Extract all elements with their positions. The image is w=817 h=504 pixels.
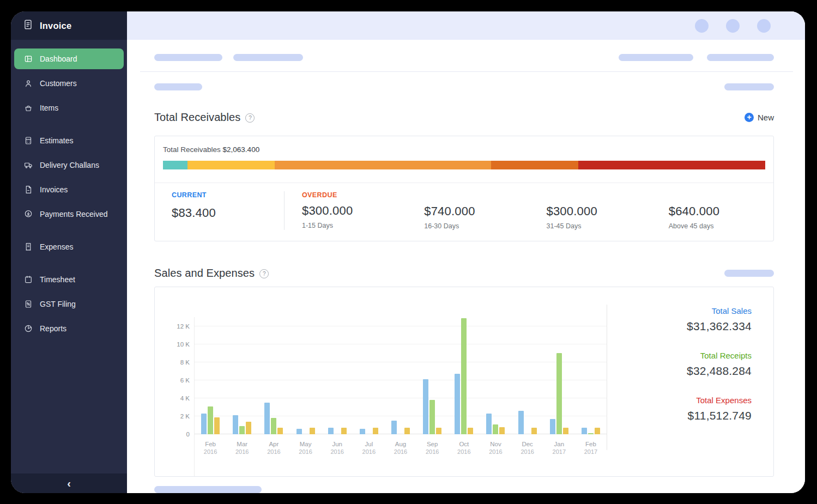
receipts-bar xyxy=(429,400,435,434)
bucket-amount: $300.000 xyxy=(302,204,407,218)
placeholder-pill xyxy=(154,83,202,90)
aging-segment-overdue-16-30-days xyxy=(275,161,491,169)
invoice-logo-icon xyxy=(22,19,34,33)
reports-icon xyxy=(23,324,33,334)
sidebar: Invoice DashboardCustomersItemsEstimates… xyxy=(11,11,127,493)
x-tick-label: Oct2016 xyxy=(457,440,470,456)
placeholder-pill xyxy=(154,54,222,61)
expenses-bar xyxy=(531,428,537,434)
customers-icon xyxy=(23,78,33,89)
current-column: CURRENT $83.400 xyxy=(155,191,285,230)
bar-group-jun-2016: Jun2016 xyxy=(322,317,353,456)
sidebar-item-payments-received[interactable]: Payments Received xyxy=(14,204,124,224)
aging-segment-overdue-1-15-days xyxy=(187,161,275,169)
new-button-label: New xyxy=(758,113,774,122)
placeholder-pill xyxy=(154,486,262,493)
sidebar-item-estimates[interactable]: Estimates xyxy=(14,130,124,151)
sidebar-group: DashboardCustomersItems xyxy=(11,48,127,118)
overdue-bucket: $740.00016-30 Days xyxy=(407,191,529,230)
y-tick-label: 12 K xyxy=(177,323,190,330)
sales-bar xyxy=(296,429,302,434)
sidebar-item-label: Timesheet xyxy=(40,275,75,284)
bar-group-apr-2016: Apr2016 xyxy=(258,317,289,456)
help-icon[interactable]: ? xyxy=(259,269,269,278)
placeholder-pill xyxy=(724,83,774,90)
expenses-bar xyxy=(246,422,251,434)
sidebar-item-delivery-challans[interactable]: Delivery Challans xyxy=(14,155,124,175)
timesheet-icon xyxy=(23,275,33,285)
overdue-bucket: $300.00031-45 Days xyxy=(529,191,651,230)
total-value: $31,362.334 xyxy=(607,320,752,333)
app-title: Invoice xyxy=(40,21,71,31)
topbar-circle-button[interactable] xyxy=(757,19,771,33)
sidebar-item-label: Expenses xyxy=(40,242,73,251)
sidebar-item-reports[interactable]: Reports xyxy=(14,318,124,339)
help-icon[interactable]: ? xyxy=(245,113,255,123)
expenses-bar xyxy=(310,428,315,434)
total-label: Total Sales xyxy=(607,306,752,315)
x-tick-label: Feb2017 xyxy=(584,440,597,456)
sales-bar xyxy=(455,374,460,434)
sidebar-item-invoices[interactable]: Invoices xyxy=(14,179,124,200)
receipts-bar xyxy=(208,406,213,434)
total-block-total-receipts: Total Receipts$32,488.284 xyxy=(607,351,752,378)
current-label: CURRENT xyxy=(172,191,284,199)
bucket-amount: $640.000 xyxy=(669,204,773,218)
sidebar-group: Expenses xyxy=(11,236,127,257)
overdue-bucket: OVERDUE$300.0001-15 Days xyxy=(285,191,407,230)
overdue-columns: OVERDUE$300.0001-15 Days$740.00016-30 Da… xyxy=(285,191,773,230)
receipts-bar xyxy=(271,418,276,434)
total-block-total-expenses: Total Expenses$11,512.749 xyxy=(607,396,752,422)
sidebar-item-gst-filing[interactable]: GST Filing xyxy=(14,294,124,314)
dashboard-icon xyxy=(23,54,33,64)
bar-group-jan-2017: Jan2017 xyxy=(543,317,575,456)
sidebar-item-label: Customers xyxy=(40,79,77,88)
bucket-amount: $300.000 xyxy=(547,204,651,218)
app-window: Invoice DashboardCustomersItemsEstimates… xyxy=(11,11,805,493)
sidebar-item-customers[interactable]: Customers xyxy=(14,73,124,94)
sidebar-item-items[interactable]: Items xyxy=(14,98,124,118)
expenses-bar xyxy=(404,428,410,434)
topbar-circle-button[interactable] xyxy=(726,19,740,33)
plus-icon: + xyxy=(745,113,754,122)
x-tick-label: Jan2017 xyxy=(553,440,566,456)
placeholder-pill xyxy=(724,270,774,277)
invoices-icon xyxy=(23,185,33,195)
subheader-placeholder-row xyxy=(154,83,774,90)
y-tick-label: 4 K xyxy=(180,395,190,402)
aging-segment-current xyxy=(163,161,187,169)
delivery-challans-icon xyxy=(23,160,33,171)
sidebar-item-dashboard[interactable]: Dashboard xyxy=(14,48,124,69)
header-placeholder-row xyxy=(154,54,774,61)
sales-section-header: Sales and Expenses ? xyxy=(154,267,774,280)
current-amount: $83.400 xyxy=(172,206,284,220)
y-tick-label: 0 xyxy=(186,431,190,438)
sales-bar xyxy=(264,403,270,434)
aging-segment-overdue-31-45-days xyxy=(491,161,579,169)
sidebar-item-label: Dashboard xyxy=(40,54,77,63)
sales-bar xyxy=(486,414,492,434)
new-button[interactable]: + New xyxy=(745,113,774,122)
sales-bar xyxy=(582,428,587,434)
expenses-bar xyxy=(499,427,505,434)
topbar-circle-button[interactable] xyxy=(695,19,709,33)
total-label: Total Expenses xyxy=(607,396,752,405)
receivables-breakdown: CURRENT $83.400 OVERDUE$300.0001-15 Days… xyxy=(155,183,773,241)
sidebar-collapse-button chevron-left-icon[interactable]: ‹ xyxy=(67,478,71,489)
sidebar-header: Invoice xyxy=(11,11,127,40)
sidebar-item-label: Delivery Challans xyxy=(40,161,99,169)
bar-group-may-2016: May2016 xyxy=(289,317,321,456)
receipts-bar xyxy=(461,318,467,434)
x-tick-label: Dec2016 xyxy=(521,440,534,456)
sales-expenses-chart: 02 K4 K6 K8 K10 K12 K Feb2016Mar2016Apr2… xyxy=(155,287,607,476)
placeholder-pill xyxy=(707,54,774,61)
sidebar-item-expenses[interactable]: Expenses xyxy=(14,236,124,257)
bar-group-feb-2016: Feb2016 xyxy=(195,317,226,456)
sidebar-item-timesheet[interactable]: Timesheet xyxy=(14,269,124,290)
y-tick-label: 2 K xyxy=(180,413,190,420)
sidebar-footer: ‹ xyxy=(11,473,127,493)
sales-bar xyxy=(550,419,555,434)
sales-expenses-card: 02 K4 K6 K8 K10 K12 K Feb2016Mar2016Apr2… xyxy=(154,287,774,477)
x-tick-label: Apr2016 xyxy=(267,440,280,456)
receivables-title: Total Receivables xyxy=(154,111,240,124)
